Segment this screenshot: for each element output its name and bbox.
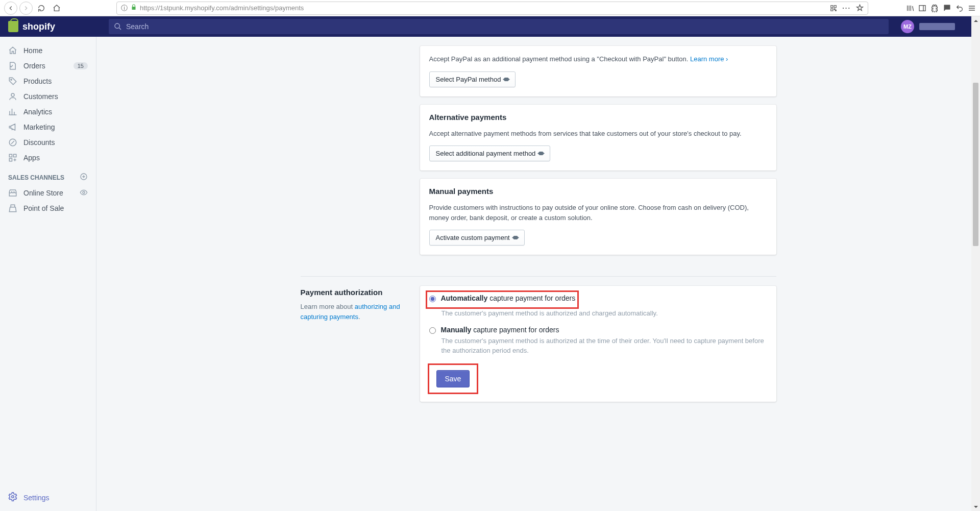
nav-label: Marketing [23,123,55,131]
svg-rect-1 [834,5,836,7]
url-text: https://1stpunk.myshopify.com/admin/sett… [140,4,304,12]
nav-label: Point of Sale [23,204,64,212]
pos-icon [8,204,17,213]
addons-icon[interactable] [930,4,939,12]
nav-home[interactable]: Home [0,43,96,58]
paypal-card: Accept PayPal as an additional payment m… [420,46,776,96]
back-button[interactable] [4,2,17,15]
nav-label: Apps [23,154,40,162]
home-icon [8,46,17,55]
payment-auth-card: Automatically capture payment for orders… [420,286,776,402]
nav-point-of-sale[interactable]: Point of Sale [0,201,96,216]
global-search[interactable]: Search [109,19,889,34]
paypal-method-select[interactable]: Select PayPal method [429,71,516,87]
svg-point-7 [11,79,12,80]
chart-icon [8,107,17,116]
chat-icon[interactable] [943,4,951,12]
radio-manual-capture[interactable]: Manually capture payment for orders [429,326,767,334]
svg-point-6 [115,23,119,28]
discount-icon [8,138,17,147]
nav-apps[interactable]: Apps [0,150,96,165]
vertical-scrollbar[interactable] [971,16,980,511]
radio-auto-input[interactable] [429,296,436,302]
paypal-learn-more-link[interactable]: Learn more › [690,55,728,63]
browser-toolbar: ⓘ https://1stpunk.myshopify.com/admin/se… [0,0,980,16]
page-actions-icon[interactable]: ··· [842,4,851,12]
manual-payments-title: Manual payments [429,187,767,196]
bookmark-star-icon[interactable] [856,4,864,12]
lock-icon [131,4,137,12]
nav-label: Home [23,46,42,55]
radio-auto-desc: The customer's payment method is authori… [442,308,767,319]
megaphone-icon [8,123,17,132]
nav-orders[interactable]: Orders 15 [0,58,96,74]
gear-icon [8,492,17,503]
sales-channels-header: SALES CHANNELS [0,165,96,185]
nav-products[interactable]: Products [0,74,96,89]
apps-icon [8,153,17,162]
sidebar: Home Orders 15 Products Customers Analyt… [0,37,96,511]
home-button[interactable] [50,2,63,15]
scroll-up-arrow[interactable] [971,16,980,25]
shopify-bag-icon [8,21,18,32]
nav-label: Analytics [23,108,52,116]
nav-online-store[interactable]: Online Store [0,185,96,201]
nav-label: Customers [23,92,58,101]
reload-button[interactable] [35,2,48,15]
nav-discounts[interactable]: Discounts [0,135,96,150]
svg-rect-2 [831,9,833,11]
view-store-icon[interactable] [80,188,88,198]
scroll-down-arrow[interactable] [971,502,980,511]
user-avatar: MZ [901,20,914,33]
manual-method-select[interactable]: Activate custom payment [429,230,525,246]
scrollbar-thumb[interactable] [973,83,978,246]
qr-icon[interactable] [830,5,837,12]
svg-rect-0 [831,5,833,7]
nav-customers[interactable]: Customers [0,89,96,104]
svg-rect-10 [9,154,12,157]
radio-auto-label: Automatically capture payment for orders [441,294,576,302]
sidebar-icon[interactable] [918,4,926,12]
person-icon [8,92,17,101]
alternative-payments-card: Alternative payments Accept alternative … [420,105,776,171]
undo-icon[interactable] [955,4,964,12]
nav-marketing[interactable]: Marketing [0,119,96,135]
highlight-auto-capture: Automatically capture payment for orders [427,292,578,307]
svg-point-15 [12,496,14,498]
svg-rect-11 [14,154,16,157]
manual-payments-desc: Provide customers with instructions to p… [429,203,767,223]
nav-label: Orders [23,62,45,70]
menu-icon[interactable] [968,4,976,12]
info-icon: ⓘ [121,4,128,13]
radio-manual-desc: The customer's payment method is authori… [442,336,767,356]
user-name-redacted [919,23,955,30]
search-placeholder: Search [126,22,149,31]
nav-label: Discounts [23,138,55,147]
shopify-logo[interactable]: shopify [0,21,96,32]
orders-badge: 15 [74,62,88,69]
svg-rect-5 [919,5,925,11]
svg-point-14 [83,191,85,193]
tag-icon [8,77,17,86]
radio-auto-capture[interactable]: Automatically capture payment for orders [429,294,576,302]
app-topbar: shopify Search MZ [0,16,980,37]
add-channel-button[interactable] [80,173,88,182]
save-button[interactable]: Save [436,370,470,387]
nav-label: Products [23,77,52,85]
forward-button[interactable] [19,2,33,15]
store-icon [8,188,17,198]
highlight-save: Save [429,365,477,393]
settings-label: Settings [23,494,50,502]
payment-auth-title: Payment authorization [301,288,408,297]
radio-manual-input[interactable] [429,327,436,334]
brand-text: shopify [22,21,55,32]
svg-rect-4 [836,10,837,11]
address-bar[interactable]: ⓘ https://1stpunk.myshopify.com/admin/se… [116,2,868,15]
user-menu[interactable]: MZ [901,20,980,33]
alt-method-select[interactable]: Select additional payment method [429,145,551,161]
nav-settings[interactable]: Settings [0,487,96,511]
nav-label: Online Store [23,189,63,197]
nav-analytics[interactable]: Analytics [0,104,96,119]
alt-payments-desc: Accept alternative payment methods from … [429,129,767,139]
library-icon[interactable] [906,4,914,12]
